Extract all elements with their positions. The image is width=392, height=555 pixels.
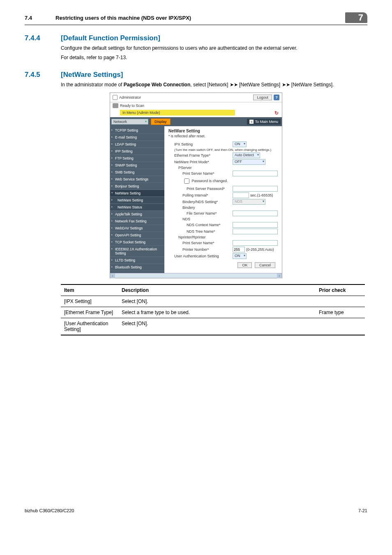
netware-settings-screenshot: Administrator Logout ? Ready to Scan In … — [110, 92, 282, 278]
heading-text: [NetWare Settings] — [61, 71, 123, 79]
sidebar-item-email[interactable]: ▸E-mail Setting — [110, 134, 164, 141]
sidebar-item-tcpsocket[interactable]: ▸TCP Socket Setting — [110, 239, 164, 246]
to-main-menu-button[interactable]: ≡ To Main Menu — [247, 119, 281, 125]
ipx-hint: (Turn the main switch OFF, and then ON, … — [168, 148, 278, 152]
pserver-label: PServer — [168, 166, 278, 170]
bnds-select[interactable]: NDS — [233, 199, 265, 205]
footer-right: 7-21 — [358, 508, 367, 513]
cell-desc: Select [ON]. — [118, 318, 316, 335]
mode-banner-text: In Menu (Admin Mode) — [122, 111, 160, 115]
sidebar-item-netware-setting[interactable]: ▸NetWare Setting — [110, 197, 164, 204]
sidebar-item-snmp[interactable]: ▸SNMP Setting — [110, 162, 164, 169]
sidebar-item-ftp[interactable]: ▸FTP Setting — [110, 155, 164, 162]
th-item: Item — [61, 284, 118, 296]
heading-num: 7.4.4 — [25, 34, 49, 42]
para-frag-c: , select [Network] ➤➤ [NetWare Settings]… — [190, 82, 334, 88]
content-panel: NetWare Setting * is reflected after res… — [164, 126, 282, 273]
logout-button[interactable]: Logout — [253, 95, 272, 100]
fsn-input[interactable] — [233, 210, 278, 216]
sidebar-item-ieee8021x[interactable]: ▸IEEE802.1X Authentication Setting — [110, 246, 164, 257]
heading-text: [Default Function Permission] — [61, 34, 160, 42]
to-main-menu-label: To Main Menu — [255, 120, 278, 124]
npsn-input[interactable] — [233, 240, 278, 246]
pw-changed-checkbox[interactable] — [184, 178, 189, 184]
status-icon — [113, 103, 118, 108]
sidebar-item-lltd[interactable]: ▸LLTD Setting — [110, 257, 164, 264]
cell-desc: Select a frame type to be used. — [118, 307, 316, 318]
scroll-left-icon[interactable]: ‹ — [110, 273, 115, 278]
status-area: Ready to Scan — [110, 102, 282, 109]
sidebar-item-ldap[interactable]: ▸LDAP Setting — [110, 141, 164, 148]
uauth-label: User Authentication Setting — [168, 254, 233, 258]
sidebar-item-networkfax[interactable]: ▸Network Fax Setting — [110, 218, 164, 225]
ok-button[interactable]: OK — [238, 262, 252, 268]
pw-checkbox-row: Password is changed. — [168, 177, 278, 185]
cancel-button[interactable]: Cancel — [255, 262, 275, 268]
poll-hint: sec.(1-65535) — [250, 193, 273, 197]
poll-input[interactable] — [233, 192, 249, 198]
sidebar-item-ipp[interactable]: ▸IPP Setting — [110, 148, 164, 155]
button-row: OK Cancel — [168, 260, 278, 271]
th-prior: Prior check — [316, 284, 365, 296]
ipx-select[interactable]: ON — [233, 141, 247, 147]
sidebar-item-netware-status[interactable]: ▸NetWare Status — [110, 204, 164, 211]
pnum-hint: (0-255,255:Auto) — [246, 247, 274, 252]
menu-icon: ≡ — [249, 120, 254, 124]
ndsctx-input[interactable] — [233, 222, 278, 228]
footer-left: bizhub C360/C280/C220 — [25, 508, 74, 513]
sidebar-item-openapi[interactable]: ▸OpenAPI Setting — [110, 232, 164, 239]
sidebar-item-bonjour[interactable]: ▸Bonjour Setting — [110, 183, 164, 190]
sidebar-item-netware[interactable]: ▾NetWare Setting — [110, 190, 164, 197]
content-heading: NetWare Setting — [168, 129, 278, 133]
help-icon[interactable]: ? — [274, 95, 279, 100]
cell-desc: Select [ON]. — [118, 296, 316, 307]
para-744-1: Configure the default settings for funct… — [61, 45, 367, 52]
cell-item: [User Authentication Setting] — [61, 318, 118, 335]
psn-label: Print Server Name* — [168, 171, 233, 176]
mode-banner: In Menu (Admin Mode) — [120, 110, 235, 116]
mode-select[interactable]: OFF — [233, 159, 265, 165]
status-text: Ready to Scan — [120, 104, 144, 108]
para-frag-a: In the administrator mode of — [61, 82, 124, 88]
ndstree-input[interactable] — [233, 229, 278, 234]
sidebar-item-appletalk[interactable]: ▸AppleTalk Setting — [110, 211, 164, 218]
heading-745: 7.4.5 [NetWare Settings] — [25, 71, 367, 79]
npsn-label: Print Server Name* — [168, 241, 233, 245]
psw-input[interactable] — [233, 186, 278, 192]
bnds-label: Bindery/NDS Setting* — [168, 200, 233, 204]
category-select[interactable]: Network — [111, 119, 148, 125]
content-note: * is reflected after reset. — [168, 134, 278, 138]
ipx-label: IPX Setting — [168, 142, 233, 146]
para-744-2: For details, refer to page 7-13. — [61, 54, 367, 61]
table-row: [User Authentication Setting] Select [ON… — [61, 318, 365, 335]
pnum-input[interactable] — [233, 247, 245, 252]
cell-prior: Frame type — [316, 307, 365, 318]
poll-label: Polling Interval* — [168, 193, 233, 197]
para-frag-b: PageScope Web Connection — [124, 82, 190, 88]
admin-label: Administrator — [119, 95, 141, 99]
psn-input[interactable] — [233, 171, 278, 176]
th-desc: Description — [118, 284, 316, 296]
heading-num: 7.4.5 — [25, 71, 49, 79]
sidebar: ▸TCP/IP Setting ▸E-mail Setting ▸LDAP Se… — [110, 126, 164, 273]
ethernet-select[interactable]: Auto Detect — [233, 153, 260, 158]
body-columns: ▸TCP/IP Setting ▸E-mail Setting ▸LDAP Se… — [110, 126, 282, 273]
top-bar: Administrator Logout ? — [110, 93, 282, 102]
page-footer: bizhub C360/C280/C220 7-21 — [25, 508, 367, 513]
uauth-select[interactable]: ON — [233, 253, 247, 259]
display-button[interactable]: Display — [151, 118, 171, 125]
sidebar-item-webdav[interactable]: ▸WebDAV Settings — [110, 225, 164, 232]
scroll-right-icon[interactable]: › — [277, 273, 282, 278]
sidebar-item-smb[interactable]: ▸SMB Setting — [110, 169, 164, 176]
heading-744: 7.4.4 [Default Function Permission] — [25, 34, 367, 42]
fsn-label: File Server Name* — [168, 211, 233, 215]
sidebar-item-webservice[interactable]: ▸Web Service Settings — [110, 176, 164, 183]
refresh-icon[interactable]: ↻ — [274, 110, 279, 116]
horizontal-scrollbar[interactable]: ‹ › — [110, 273, 282, 278]
pw-chk-label: Password is changed. — [192, 179, 228, 183]
sidebar-item-bluetooth[interactable]: ▸Bluetooth Setting — [110, 264, 164, 271]
cell-prior — [316, 318, 365, 335]
ethernet-label: Ethernet Frame Type* — [168, 153, 233, 157]
menu-row: Network Display ≡ To Main Menu — [110, 117, 282, 126]
sidebar-item-tcpip[interactable]: ▸TCP/IP Setting — [110, 127, 164, 134]
